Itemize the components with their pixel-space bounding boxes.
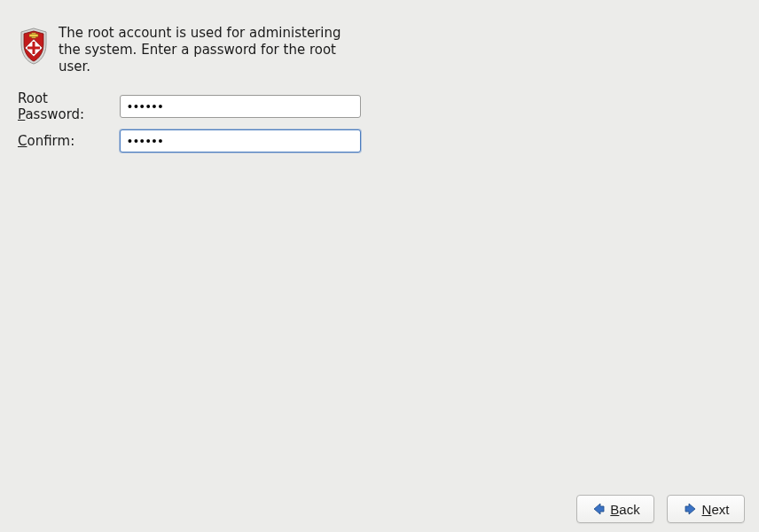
header-row: The root account is used for administeri… [18, 25, 741, 74]
wizard-footer: Back Next [576, 495, 745, 523]
root-password-row: Root Password: [18, 90, 741, 122]
svg-rect-1 [29, 35, 38, 37]
confirm-password-row: Confirm: [18, 129, 741, 153]
installer-root-password-page: The root account is used for administeri… [0, 0, 759, 177]
confirm-password-input[interactable] [120, 129, 361, 153]
back-button[interactable]: Back [576, 495, 654, 523]
next-button[interactable]: Next [667, 495, 745, 523]
arrow-right-icon [683, 501, 699, 517]
root-password-input[interactable] [120, 95, 361, 118]
root-shield-icon [18, 27, 50, 66]
back-button-label: Back [610, 502, 639, 517]
arrow-left-icon [591, 501, 606, 517]
confirm-password-label: Confirm: [18, 133, 120, 149]
root-password-label: Root Password: [18, 90, 120, 122]
next-button-label: Next [702, 502, 730, 517]
root-description: The root account is used for administeri… [59, 25, 360, 74]
